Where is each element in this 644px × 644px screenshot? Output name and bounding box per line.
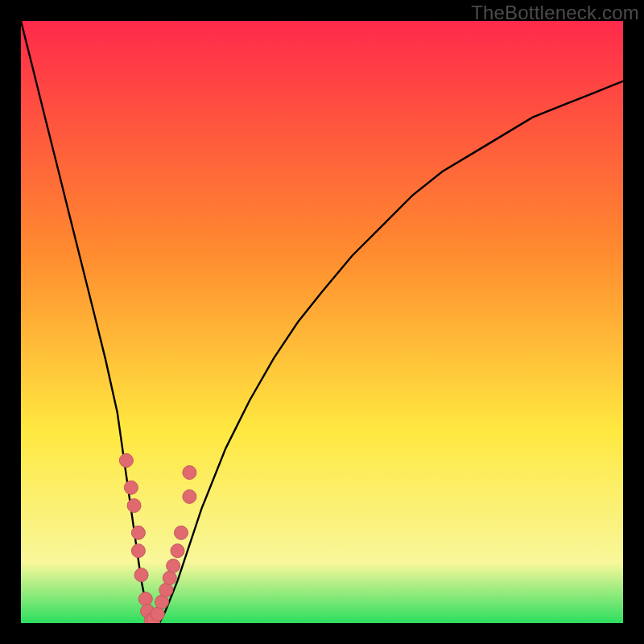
data-marker xyxy=(159,583,173,597)
data-marker xyxy=(138,592,152,606)
data-marker xyxy=(119,454,133,468)
plot-area xyxy=(21,21,623,623)
data-marker xyxy=(183,466,196,480)
data-marker xyxy=(127,499,141,513)
chart-frame: TheBottleneck.com xyxy=(0,0,644,644)
data-marker xyxy=(151,607,164,621)
data-marker xyxy=(183,489,196,503)
gradient-background xyxy=(21,21,623,623)
data-marker xyxy=(163,571,176,584)
data-marker xyxy=(131,526,145,539)
data-marker xyxy=(131,544,145,558)
data-marker xyxy=(175,526,188,539)
data-marker xyxy=(124,481,138,494)
chart-svg xyxy=(21,21,623,623)
data-marker xyxy=(171,544,184,558)
data-marker xyxy=(134,568,148,582)
watermark-text: TheBottleneck.com xyxy=(471,2,639,24)
data-marker xyxy=(167,559,180,572)
